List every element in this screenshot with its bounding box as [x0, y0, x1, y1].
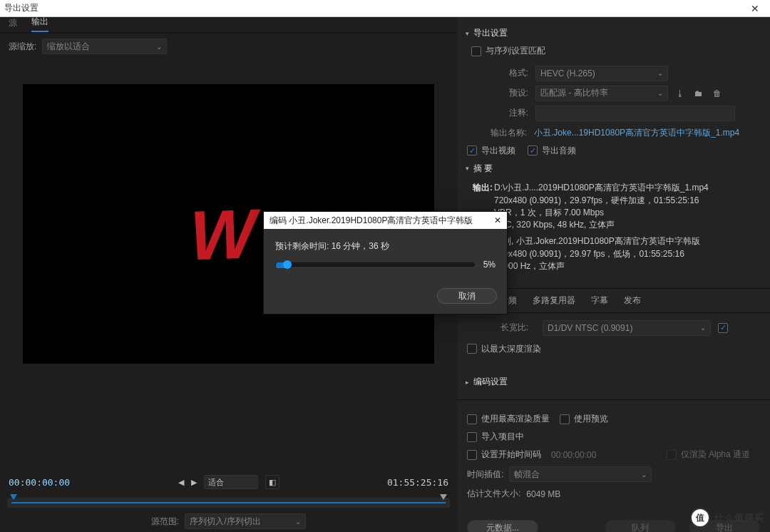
watermark-badge-icon: 值	[690, 508, 710, 528]
window-title: 导出设置	[4, 2, 38, 14]
chevron-down-icon: ⌄	[657, 89, 663, 97]
format-label: 格式:	[487, 67, 528, 79]
output-name-label: 输出名称:	[464, 127, 527, 139]
aspect-dropdown[interactable]: D1/DV NTSC (0.9091)⌄	[543, 320, 711, 336]
format-dropdown[interactable]: HEVC (H.265)⌄	[535, 66, 668, 81]
caret-down-icon[interactable]: ▾	[466, 165, 469, 172]
section-encoding: 编码设置	[473, 376, 508, 388]
playback-bar: 00:00:00:00 ◀ ▶ 适合 ◧ 01:55:25:16	[0, 468, 457, 496]
preset-label: 预设:	[487, 87, 528, 99]
time-interp-label: 时间插值:	[467, 469, 503, 481]
time-interp-dropdown[interactable]: 帧混合⌄	[509, 466, 652, 482]
timeline[interactable]	[7, 498, 450, 508]
import-project-checkbox[interactable]: 导入项目中	[467, 431, 524, 443]
dialog-title: 编码 小丑.Joker.2019HD1080P高清官方英语中字韩版	[270, 215, 473, 227]
section-export-settings: 导出设置	[473, 27, 508, 39]
remain-label: 预计剩余时间:	[275, 241, 329, 251]
progress-bar	[275, 262, 475, 267]
playback-quality-dropdown[interactable]: 适合	[204, 475, 258, 489]
endmark-icon	[440, 494, 447, 500]
chevron-down-icon: ⌄	[700, 324, 706, 332]
est-size-label: 估计文件大小:	[467, 488, 520, 500]
aspect-label: 长宽比:	[467, 322, 528, 334]
progress-percent: 5%	[483, 260, 496, 270]
aspect-lock-checkbox[interactable]	[718, 323, 728, 333]
watermark-text: 什么值得买	[714, 511, 764, 524]
caret-down-icon[interactable]: ▾	[466, 30, 469, 37]
summary-block: 输出:D:\小丑.J....2019HD1080P高清官方英语中字韩版_1.mp…	[473, 182, 760, 272]
preview-content-logo: W	[190, 193, 256, 276]
timecode-start[interactable]: 00:00:00:00	[9, 477, 70, 488]
import-preset-icon[interactable]: 🖿	[692, 87, 705, 100]
est-size-value: 6049 MB	[526, 489, 560, 499]
alpha-only-checkbox: 仅渲染 Alpha 通道	[667, 449, 750, 461]
section-summary: 摘 要	[473, 163, 493, 175]
start-timecode-checkbox[interactable]: 设置开始时间码	[467, 449, 541, 461]
chevron-down-icon: ⌄	[156, 43, 162, 51]
output-name-link[interactable]: 小丑.Joke...19HD1080P高清官方英语中字韩版_1.mp4	[534, 127, 739, 139]
window-close-icon[interactable]: ✕	[744, 3, 766, 14]
preview-tabs: 源 输出	[0, 17, 457, 33]
watermark: 值 什么值得买	[690, 508, 764, 528]
queue-button: 队列	[605, 520, 676, 532]
start-timecode-value: 00:00:00:00	[551, 450, 596, 460]
use-preview-checkbox[interactable]: 使用预览	[560, 413, 608, 425]
chevron-down-icon: ⌄	[641, 471, 647, 479]
timecode-end: 01:55:25:16	[387, 477, 448, 488]
export-audio-checkbox[interactable]: 导出音频	[528, 145, 576, 157]
export-video-checkbox[interactable]: 导出视频	[467, 145, 515, 157]
source-scale-dropdown[interactable]: 缩放以适合 ⌄	[42, 39, 167, 54]
play-icon[interactable]: ▶	[191, 478, 197, 487]
source-range-label: 源范围:	[151, 516, 179, 528]
metadata-button[interactable]: 元数据...	[467, 520, 538, 532]
chevron-down-icon: ⌄	[657, 69, 663, 77]
play-reverse-icon[interactable]: ◀	[178, 478, 184, 487]
source-range-dropdown[interactable]: 序列切入/序列切出 ⌄	[185, 513, 306, 529]
progress-knob-icon	[283, 260, 292, 269]
window-titlebar: 导出设置 ✕	[0, 0, 770, 17]
comment-label: 注释:	[487, 107, 528, 119]
tab-output[interactable]: 输出	[31, 16, 48, 32]
dialog-close-icon[interactable]: ✕	[494, 215, 501, 225]
comment-input[interactable]	[535, 106, 735, 121]
caret-right-icon[interactable]: ▸	[466, 379, 469, 386]
tab-source[interactable]: 源	[9, 17, 17, 32]
delete-preset-icon[interactable]: 🗑	[711, 87, 724, 100]
preset-dropdown[interactable]: 匹配源 - 高比特率⌄	[535, 86, 668, 101]
encoding-progress-dialog: 编码 小丑.Joker.2019HD1080P高清官方英语中字韩版 ✕ 预计剩余…	[263, 211, 508, 314]
remain-value: 16 分钟，36 秒	[332, 241, 389, 251]
match-sequence-checkbox[interactable]: 与序列设置匹配	[471, 45, 545, 57]
max-depth-checkbox[interactable]: 以最大深度渲染	[467, 343, 541, 355]
save-preset-icon[interactable]: ⭳	[674, 87, 687, 100]
source-scale-label: 源缩放:	[9, 41, 36, 53]
tab-captions[interactable]: 字幕	[591, 292, 608, 310]
chevron-down-icon: ⌄	[295, 518, 301, 526]
cancel-button[interactable]: 取消	[437, 288, 497, 304]
tab-multiplexer[interactable]: 多路复用器	[533, 292, 575, 310]
playback-tool-icon[interactable]: ◧	[265, 475, 279, 489]
tab-publish[interactable]: 发布	[624, 292, 641, 310]
playhead-icon[interactable]	[10, 494, 17, 500]
max-quality-checkbox[interactable]: 使用最高渲染质量	[467, 413, 550, 425]
